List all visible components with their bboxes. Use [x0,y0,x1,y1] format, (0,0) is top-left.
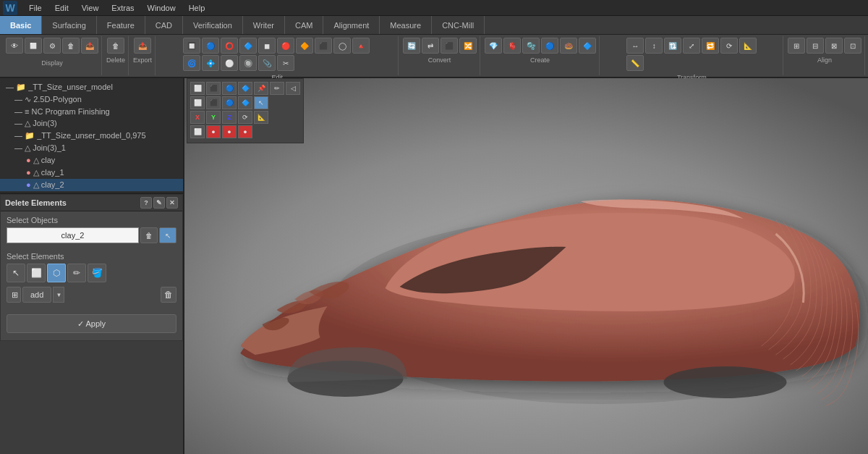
mini-btn-3[interactable]: 🔵 [222,82,237,95]
transform-btn-2[interactable]: ↕ [645,38,663,54]
select-objects-input[interactable] [7,227,139,243]
edit-btn-5[interactable]: ◼ [258,38,276,54]
tree-item-0[interactable]: — 📁 _TT_Size_unser_model [0,81,183,93]
transform-btn-6[interactable]: ⟳ [720,38,738,54]
mini-btn-red2[interactable]: ● [222,125,237,138]
mini-btn-9[interactable]: 🔵 [222,96,237,109]
tab-cam[interactable]: CAM [285,16,323,34]
mini-axis-y[interactable]: Y [206,111,221,124]
tab-cad[interactable]: CAD [145,16,183,34]
edit-btn-6[interactable]: 🔴 [277,38,294,54]
convert-btn-2[interactable]: ⇄ [422,38,439,54]
create-btn-1[interactable]: 💎 [485,38,502,54]
mini-btn-rotate[interactable]: ⟳ [238,111,252,124]
tree-item-4[interactable]: — 📁 _TT_Size_unser_model_0,975 [0,130,183,142]
edit-btn-10[interactable]: 🔺 [352,38,370,54]
arrow-select-tool[interactable]: ↖ [7,264,25,282]
menu-file[interactable]: File [23,2,48,14]
tab-measure[interactable]: Measure [380,16,432,34]
tree-item-6[interactable]: ● △ clay [0,154,183,167]
transform-btn-5[interactable]: 🔁 [702,38,719,54]
edit-btn-3[interactable]: ⭕ [221,38,238,54]
delete-btn-1[interactable]: 🗑 [107,38,124,54]
add-dropdown-arrow[interactable]: ▼ [53,287,64,303]
mini-btn-8[interactable]: ⬛ [206,96,221,109]
edit-btn-2[interactable]: 🔵 [202,38,219,54]
edit-btn-12[interactable]: 💠 [202,55,219,71]
transform-btn-8[interactable]: 📏 [626,55,644,71]
mini-btn-red3[interactable]: ● [238,125,252,138]
create-btn-4[interactable]: 🔵 [541,38,558,54]
align-btn-1[interactable]: ⊞ [788,38,805,54]
create-btn-6[interactable]: 🔷 [579,38,596,54]
convert-btn-1[interactable]: 🔄 [403,38,420,54]
paint-select-tool[interactable]: ✏ [67,264,86,282]
lasso-select-tool[interactable]: ⬡ [47,264,66,282]
mini-btn-5[interactable]: 📌 [254,82,268,95]
edit-panel-button[interactable]: ✎ [153,197,165,209]
trash-selected-button[interactable]: 🗑 [140,227,158,243]
tree-item-5[interactable]: — △ Join(3)_1 [0,142,183,154]
align-btn-3[interactable]: ⊠ [825,38,843,54]
convert-btn-4[interactable]: 🔀 [459,38,477,54]
cursor-select-button[interactable]: ↖ [159,227,176,243]
help-button[interactable]: ? [140,197,152,209]
mini-btn-11[interactable]: 📐 [254,111,268,124]
edit-btn-11[interactable]: 🌀 [183,55,200,71]
tree-view[interactable]: — 📁 _TT_Size_unser_model — ∿ 2.5D-Polygo… [0,78,183,194]
edit-btn-13[interactable]: ⚪ [221,55,238,71]
mini-btn-red1[interactable]: ● [206,125,221,138]
mini-btn-10[interactable]: 🔷 [238,96,252,109]
tab-writer[interactable]: Writer [243,16,285,34]
tab-basic[interactable]: Basic [0,16,42,34]
apply-button[interactable]: ✓ Apply [7,314,176,333]
mini-btn-7[interactable]: ⬜ [190,96,205,109]
edit-btn-9[interactable]: ◯ [333,38,351,54]
mini-btn-cursor[interactable]: ↖ [254,96,268,109]
edit-btn-14[interactable]: 🔘 [239,55,257,71]
display-btn-3[interactable]: ⚙ [43,38,61,54]
transform-btn-3[interactable]: 🔃 [664,38,681,54]
display-btn-2[interactable]: ⬜ [25,38,42,54]
edit-btn-8[interactable]: ⬛ [315,38,332,54]
edit-btn-4[interactable]: 🔷 [239,38,257,54]
mini-btn-2[interactable]: ⬛ [206,82,221,95]
transform-btn-7[interactable]: 📐 [739,38,757,54]
export-btn-1[interactable]: 📤 [134,38,151,54]
edit-btn-15[interactable]: 📎 [258,55,276,71]
mini-axis-z[interactable]: Z [222,111,237,124]
edit-btn-16[interactable]: ✂ [277,55,294,71]
tab-cnc-mill[interactable]: CNC-Mill [432,16,485,34]
convert-btn-3[interactable]: ⬛ [441,38,458,54]
align-btn-2[interactable]: ⊟ [807,38,824,54]
display-btn-5[interactable]: 📤 [81,38,98,54]
mini-btn-close[interactable]: ◁ [286,82,300,95]
mini-btn-1[interactable]: ⬜ [190,82,205,95]
tab-alignment[interactable]: Alignment [323,16,380,34]
edit-btn-1[interactable]: 🔲 [183,38,200,54]
menu-window[interactable]: Window [142,2,182,14]
mini-axis-x[interactable]: X [190,111,205,124]
dropper-select-tool[interactable]: 🪣 [88,264,106,282]
delete-add-button[interactable]: 🗑 [161,287,176,303]
create-btn-5[interactable]: 🍩 [560,38,577,54]
mini-btn-4[interactable]: 🔷 [238,82,252,95]
tree-item-1[interactable]: — ∿ 2.5D-Polygon [0,93,183,106]
align-btn-4[interactable]: ⊡ [844,38,861,54]
menu-help[interactable]: Help [183,2,211,14]
mini-btn-12[interactable]: ⬜ [190,125,205,138]
create-btn-2[interactable]: 🫀 [503,38,521,54]
create-btn-3[interactable]: 🫧 [522,38,540,54]
add-button[interactable]: add [22,287,51,303]
menu-view[interactable]: View [76,2,105,14]
rect-select-tool[interactable]: ⬜ [27,264,46,282]
close-panel-button[interactable]: ✕ [166,197,178,209]
mini-btn-6[interactable]: ✏ [270,82,284,95]
transform-btn-4[interactable]: ⤢ [683,38,700,54]
menu-edit[interactable]: Edit [49,2,75,14]
tree-item-8[interactable]: ● △ clay_2 [0,179,183,191]
display-btn-4[interactable]: 🗑 [62,38,80,54]
edit-btn-7[interactable]: 🔶 [296,38,313,54]
transform-btn-1[interactable]: ↔ [626,38,644,54]
tab-verification[interactable]: Verification [183,16,243,34]
